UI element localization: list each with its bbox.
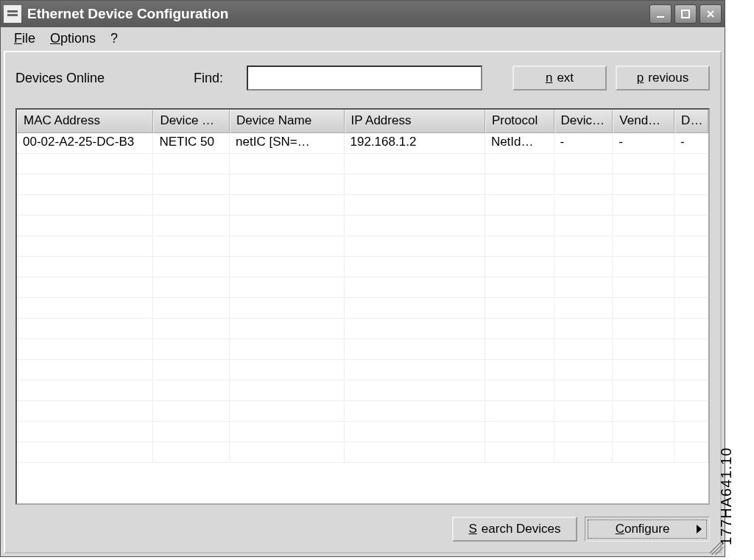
svg-rect-1 (7, 14, 18, 16)
cell-device-type: NETIC 50 (153, 133, 230, 153)
configure-button[interactable]: Configure (585, 517, 710, 542)
find-input[interactable] (247, 65, 482, 91)
col-d[interactable]: D… (674, 110, 708, 133)
table-row-empty (17, 195, 708, 216)
minimize-button[interactable] (649, 4, 672, 24)
table-row-empty (17, 174, 708, 195)
previous-button[interactable]: previous (616, 65, 710, 91)
window-title: Ethernet Device Configuration (27, 6, 649, 22)
toolbar: Devices Online Find: next previous (15, 65, 710, 91)
col-device-type[interactable]: Device … (153, 110, 230, 133)
content-panel: Devices Online Find: next previous MAC A… (4, 51, 722, 553)
table-row-empty (17, 380, 708, 401)
cell-protocol: NetId… (485, 133, 554, 153)
find-label: Find: (194, 71, 238, 86)
menubar: File Options ? (1, 27, 725, 49)
col-ip-address[interactable]: IP Address (345, 110, 485, 133)
table-row-empty (17, 277, 708, 298)
cell-d: - (674, 133, 708, 153)
table-row-empty (17, 216, 708, 236)
close-button[interactable] (700, 4, 722, 24)
col-device-name[interactable]: Device Name (230, 110, 344, 133)
col-device-id[interactable]: Devic… (554, 110, 613, 133)
table-row-empty (17, 298, 708, 319)
col-mac-address[interactable]: MAC Address (17, 110, 153, 133)
minimize-icon (655, 9, 666, 19)
table-row-empty (17, 154, 708, 174)
cell-ip: 192.168.1.2 (345, 133, 485, 153)
table-row-empty (17, 339, 708, 360)
cell-vendor: - (613, 133, 674, 153)
table-row-empty (17, 401, 708, 422)
titlebar: Ethernet Device Configuration (1, 1, 725, 27)
app-icon (4, 5, 21, 23)
figure-label: 177HA641.10 (718, 447, 735, 545)
table-row-empty (17, 360, 708, 380)
table-row-empty (17, 236, 708, 257)
next-button[interactable]: next (512, 65, 607, 91)
table-body: 00-02-A2-25-DC-B3 NETIC 50 netIC [SN=… 1… (17, 133, 708, 463)
table-row-empty (17, 257, 708, 277)
footer-buttons: Search Devices Configure (15, 517, 710, 542)
table-row[interactable]: 00-02-A2-25-DC-B3 NETIC 50 netIC [SN=… 1… (17, 133, 708, 154)
devices-online-label: Devices Online (15, 71, 185, 86)
col-vendor[interactable]: Vend… (613, 110, 674, 133)
table-row-empty (17, 319, 708, 339)
svg-rect-3 (682, 10, 689, 18)
chevron-right-icon (697, 525, 702, 534)
close-icon (705, 9, 716, 19)
cell-mac: 00-02-A2-25-DC-B3 (17, 133, 153, 153)
svg-rect-0 (7, 10, 18, 13)
menu-options[interactable]: Options (43, 29, 103, 48)
search-devices-button[interactable]: Search Devices (452, 517, 577, 542)
menu-file[interactable]: File (7, 29, 43, 48)
table-row-empty (17, 442, 708, 463)
app-window: Ethernet Device Configuration File Optio… (0, 0, 725, 557)
window-controls (649, 4, 722, 24)
table-row-empty (17, 422, 708, 442)
menu-help[interactable]: ? (103, 29, 125, 48)
maximize-icon (680, 9, 691, 19)
table-header: MAC Address Device … Device Name IP Addr… (17, 110, 708, 133)
device-table: MAC Address Device … Device Name IP Addr… (15, 108, 710, 505)
cell-device-name: netIC [SN=… (230, 133, 344, 153)
cell-device-id: - (554, 133, 613, 153)
maximize-button[interactable] (674, 4, 697, 24)
svg-rect-2 (657, 16, 664, 18)
col-protocol[interactable]: Protocol (485, 110, 554, 133)
